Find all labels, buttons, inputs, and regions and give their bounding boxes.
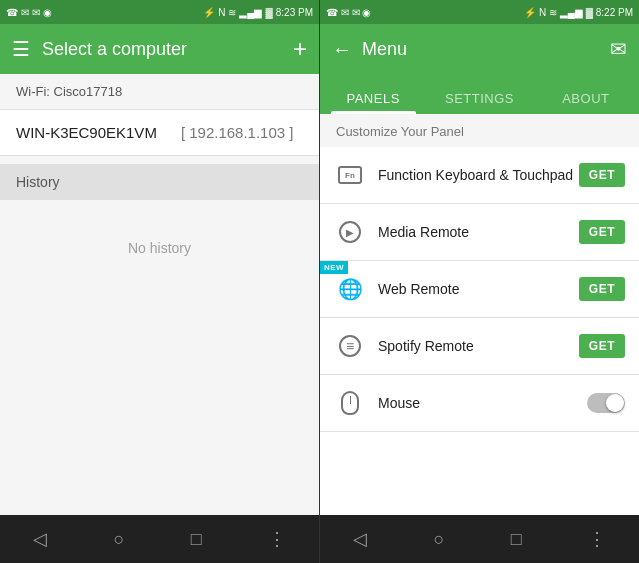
msg2-icon-r: ✉ xyxy=(352,7,360,18)
mail-icon[interactable]: ✉ xyxy=(610,37,627,61)
web-remote-icon: 🌐 xyxy=(334,273,366,305)
back-button[interactable]: ◁ xyxy=(33,528,47,550)
home-button-right[interactable]: ○ xyxy=(433,529,444,550)
wifi-icon-r: ≋ xyxy=(549,7,557,18)
battery-icon-r: ▓ xyxy=(586,7,593,18)
status-bar-right: ☎ ✉ ✉ ◉ ⚡ N ≋ ▂▄▆ ▓ 8:22 PM xyxy=(320,0,639,24)
time-left: 8:23 PM xyxy=(276,7,313,18)
status-right-icons: ⚡ N ≋ ▂▄▆ ▓ 8:23 PM xyxy=(203,7,313,18)
back-nav-button[interactable]: ← xyxy=(332,38,352,61)
computer-name: WIN-K3EC90EK1VM xyxy=(16,124,157,141)
lightning-icon: ⚡ xyxy=(203,7,215,18)
circle-icon: ◉ xyxy=(43,7,52,18)
circle-icon-r: ◉ xyxy=(362,7,371,18)
divider-2 xyxy=(0,155,319,156)
call-icon: ☎ xyxy=(6,7,18,18)
call-icon-r: ☎ xyxy=(326,7,338,18)
function-keyboard-label: Function Keyboard & Touchpad xyxy=(378,167,579,183)
media-remote-get-button[interactable]: GET xyxy=(579,220,625,244)
spotify-remote-icon: ≡ xyxy=(334,330,366,362)
spotify-remote-label: Spotify Remote xyxy=(378,338,579,354)
status-right-right-icons: ⚡ N ≋ ▂▄▆ ▓ 8:22 PM xyxy=(524,7,633,18)
bottom-nav-right: ◁ ○ □ ⋮ xyxy=(320,515,639,563)
mouse-line xyxy=(350,396,351,404)
spotify-circle-icon: ≡ xyxy=(339,335,361,357)
status-right-left-icons: ☎ ✉ ✉ ◉ xyxy=(326,7,371,18)
toggle-thumb xyxy=(606,394,624,412)
customize-label: Customize Your Panel xyxy=(320,114,639,147)
nfc-icon: N xyxy=(218,7,225,18)
media-remote-label: Media Remote xyxy=(378,224,579,240)
more-button-right[interactable]: ⋮ xyxy=(588,528,606,550)
mouse-toggle[interactable] xyxy=(587,393,625,413)
more-button[interactable]: ⋮ xyxy=(268,528,286,550)
no-history-label: No history xyxy=(0,200,319,296)
tabs-bar: Panels Settings About xyxy=(320,74,639,114)
mouse-icon xyxy=(334,387,366,419)
back-button-right[interactable]: ◁ xyxy=(353,528,367,550)
app-bar-left: ☰ Select a computer + xyxy=(0,24,319,74)
function-keyboard-icon: Fn xyxy=(334,159,366,191)
status-bar-left: ☎ ✉ ✉ ◉ ⚡ N ≋ ▂▄▆ ▓ 8:23 PM xyxy=(0,0,319,24)
web-remote-label: Web Remote xyxy=(378,281,579,297)
function-keyboard-get-button[interactable]: GET xyxy=(579,163,625,187)
msg-icon-r: ✉ xyxy=(341,7,349,18)
web-remote-get-button[interactable]: GET xyxy=(579,277,625,301)
lightning-icon-r: ⚡ xyxy=(524,7,536,18)
history-header: History xyxy=(0,164,319,200)
bottom-nav-left: ◁ ○ □ ⋮ xyxy=(0,515,319,563)
new-badge: NEW xyxy=(320,261,348,274)
signal-icon: ▂▄▆ xyxy=(239,7,262,18)
hamburger-menu-icon[interactable]: ☰ xyxy=(12,37,30,61)
panel-list: Fn Function Keyboard & Touchpad GET ▶ Me… xyxy=(320,147,639,515)
tab-settings[interactable]: Settings xyxy=(426,91,532,114)
status-left-icons: ☎ ✉ ✉ ◉ xyxy=(6,7,52,18)
msg-icon: ✉ xyxy=(21,7,29,18)
home-button[interactable]: ○ xyxy=(113,529,124,550)
tab-about[interactable]: About xyxy=(533,91,639,114)
globe-icon: 🌐 xyxy=(338,277,363,301)
media-remote-icon: ▶ xyxy=(334,216,366,248)
recents-button[interactable]: □ xyxy=(191,529,202,550)
time-right: 8:22 PM xyxy=(596,7,633,18)
page-title: Select a computer xyxy=(42,39,281,60)
mouse-shape-icon xyxy=(341,391,359,415)
app-bar-right: ← Menu ✉ xyxy=(320,24,639,74)
signal-icon-r: ▂▄▆ xyxy=(560,7,583,18)
add-computer-button[interactable]: + xyxy=(293,35,307,63)
mouse-label: Mouse xyxy=(378,395,587,411)
panel-item-spotify-remote[interactable]: ≡ Spotify Remote GET xyxy=(320,318,639,375)
nfc-icon-r: N xyxy=(539,7,546,18)
recents-button-right[interactable]: □ xyxy=(511,529,522,550)
computer-item[interactable]: WIN-K3EC90EK1VM [ 192.168.1.103 ] xyxy=(0,110,319,155)
panel-item-media-remote[interactable]: ▶ Media Remote GET xyxy=(320,204,639,261)
panel-item-mouse[interactable]: Mouse xyxy=(320,375,639,432)
play-circle-icon: ▶ xyxy=(339,221,361,243)
tab-panels[interactable]: Panels xyxy=(320,91,426,114)
panel-item-web-remote[interactable]: NEW 🌐 Web Remote GET xyxy=(320,261,639,318)
wifi-label: Wi-Fi: Cisco17718 xyxy=(0,74,319,109)
menu-title: Menu xyxy=(362,39,600,60)
wifi-icon: ≋ xyxy=(228,7,236,18)
right-panel: ☎ ✉ ✉ ◉ ⚡ N ≋ ▂▄▆ ▓ 8:22 PM ← Menu ✉ Pan… xyxy=(319,0,639,563)
fn-box: Fn xyxy=(338,166,362,184)
computer-ip: [ 192.168.1.103 ] xyxy=(181,124,294,141)
spotify-remote-get-button[interactable]: GET xyxy=(579,334,625,358)
battery-icon: ▓ xyxy=(265,7,272,18)
left-panel: ☎ ✉ ✉ ◉ ⚡ N ≋ ▂▄▆ ▓ 8:23 PM ☰ Select a c… xyxy=(0,0,319,563)
msg2-icon: ✉ xyxy=(32,7,40,18)
panel-item-function-keyboard[interactable]: Fn Function Keyboard & Touchpad GET xyxy=(320,147,639,204)
history-section: History No history xyxy=(0,164,319,296)
